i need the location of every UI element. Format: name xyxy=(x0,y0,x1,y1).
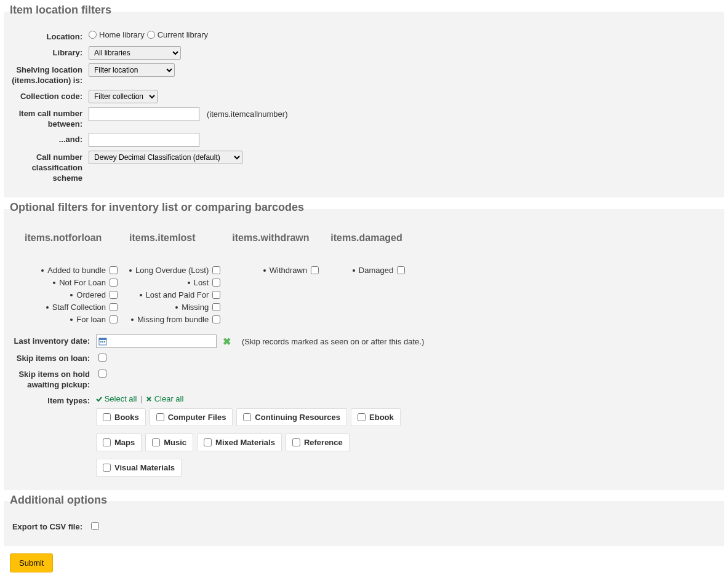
skip-on-loan-checkbox[interactable] xyxy=(98,354,106,362)
item-location-filters-section: Item location filters Location: Home lib… xyxy=(4,4,724,197)
itemtype-option[interactable]: Mixed Materials xyxy=(197,434,282,451)
status-checkbox[interactable] xyxy=(212,291,220,299)
separator: | xyxy=(140,394,142,403)
status-item: Missing xyxy=(129,301,222,313)
bullet-icon xyxy=(129,269,132,272)
skip-on-hold-checkbox[interactable] xyxy=(98,370,106,378)
itemtype-option[interactable]: Computer Files xyxy=(150,408,233,426)
clear-all-link[interactable]: Clear all xyxy=(146,394,183,403)
calendar-icon xyxy=(98,337,107,346)
select-all-link[interactable]: Select all xyxy=(96,394,139,403)
export-csv-label: Export to CSV file: xyxy=(10,520,89,532)
library-select[interactable]: All libraries xyxy=(89,46,181,60)
callnumber-from-input[interactable] xyxy=(89,107,199,121)
itemtype-option[interactable]: Music xyxy=(145,434,193,451)
itemtype-checkbox[interactable] xyxy=(358,413,366,421)
bullet-icon xyxy=(131,319,134,321)
itemtype-option[interactable]: Reference xyxy=(286,434,350,451)
itemtype-checkbox[interactable] xyxy=(156,413,164,421)
status-checkbox[interactable] xyxy=(110,266,118,274)
status-label: Withdrawn xyxy=(270,266,307,275)
bullet-icon xyxy=(70,319,73,321)
status-checkbox[interactable] xyxy=(397,266,405,274)
bullet-icon xyxy=(263,269,266,272)
status-item: For loan xyxy=(25,314,119,325)
bullet-icon xyxy=(140,294,142,296)
itemtype-checkbox[interactable] xyxy=(292,438,300,446)
last-inventory-hint: (Skip records marked as seen on or after… xyxy=(242,337,424,346)
svg-rect-4 xyxy=(104,341,105,342)
optional-filters-section: Optional filters for inventory list or c… xyxy=(4,201,724,490)
status-item: Staff Collection xyxy=(25,301,119,313)
status-checkbox[interactable] xyxy=(212,266,220,274)
itemtype-option[interactable]: Books xyxy=(96,408,146,426)
last-inventory-date-input[interactable] xyxy=(96,335,217,348)
callnumber-between-label: Item call number between: xyxy=(10,107,89,130)
itemtype-checkbox[interactable] xyxy=(103,438,111,446)
select-all-text: Select all xyxy=(105,394,137,403)
bullet-icon xyxy=(188,282,190,284)
bullet-icon xyxy=(46,306,49,309)
status-label: Not For Loan xyxy=(59,278,106,287)
status-item: Long Overdue (Lost) xyxy=(129,264,222,276)
column-header: items.notforloan xyxy=(25,232,119,243)
itemtype-option[interactable]: Maps xyxy=(96,434,142,451)
itemtype-option[interactable]: Continuing Resources xyxy=(236,408,347,426)
itemtype-checkbox[interactable] xyxy=(103,413,111,421)
collection-code-select[interactable]: Filter collection xyxy=(89,90,158,103)
status-label: Lost and Paid For xyxy=(146,290,209,299)
collection-code-label: Collection code: xyxy=(10,90,89,102)
callnumber-to-input[interactable] xyxy=(89,133,199,147)
status-checkbox[interactable] xyxy=(311,266,319,274)
item-type-group: Books Computer Files Continuing Resource… xyxy=(96,408,718,477)
bullet-icon xyxy=(53,282,55,284)
status-item: Not For Loan xyxy=(25,277,119,288)
current-library-radio-wrap[interactable]: Current library xyxy=(147,30,208,39)
status-checkbox[interactable] xyxy=(212,315,220,323)
item-types-label: Item types: xyxy=(10,394,96,406)
status-checkbox[interactable] xyxy=(110,315,118,323)
classification-scheme-select[interactable]: Dewey Decimal Classification (default) xyxy=(89,151,242,164)
status-label: Missing from bundle xyxy=(137,315,209,324)
bullet-icon xyxy=(41,269,44,272)
clear-date-icon[interactable]: ✖ xyxy=(223,336,231,347)
itemtype-option[interactable]: Ebook xyxy=(351,408,401,426)
clear-icon xyxy=(146,396,152,402)
itemtype-checkbox[interactable] xyxy=(152,438,160,446)
status-item: Lost xyxy=(129,277,222,288)
withdrawn-column: items.withdrawn Withdrawn xyxy=(232,229,330,326)
itemtype-checkbox[interactable] xyxy=(103,464,111,472)
status-columns: items.notforloan Added to bundle Not For… xyxy=(25,229,718,326)
home-library-radio[interactable] xyxy=(89,31,97,39)
status-checkbox[interactable] xyxy=(110,291,118,299)
status-label: For loan xyxy=(76,315,106,324)
column-header: items.withdrawn xyxy=(232,232,321,243)
submit-row: Submit xyxy=(4,550,724,576)
status-item: Lost and Paid For xyxy=(129,289,222,301)
status-label: Added to bundle xyxy=(47,266,106,275)
notforloan-column: items.notforloan Added to bundle Not For… xyxy=(25,229,129,326)
status-item: Damaged xyxy=(330,264,407,276)
current-library-radio[interactable] xyxy=(147,31,155,39)
itemtype-label: Visual Materials xyxy=(114,463,175,472)
callnumber-hint: (items.itemcallnumber) xyxy=(207,109,287,119)
last-inventory-date-label: Last inventory date: xyxy=(10,335,96,347)
itemlost-column: items.itemlost Long Overdue (Lost) Lost … xyxy=(129,229,232,326)
status-checkbox[interactable] xyxy=(110,303,118,311)
itemtype-checkbox[interactable] xyxy=(243,413,251,421)
home-library-radio-wrap[interactable]: Home library xyxy=(89,30,145,39)
check-icon xyxy=(96,396,102,402)
itemtype-option[interactable]: Visual Materials xyxy=(96,459,182,477)
bullet-icon xyxy=(353,269,355,272)
submit-button[interactable]: Submit xyxy=(10,553,53,572)
status-checkbox[interactable] xyxy=(212,303,220,311)
shelving-location-select[interactable]: Filter location xyxy=(89,63,175,77)
export-csv-checkbox[interactable] xyxy=(91,522,99,530)
status-checkbox[interactable] xyxy=(212,279,220,287)
classification-scheme-label: Call number classification scheme xyxy=(10,151,89,184)
status-checkbox[interactable] xyxy=(110,279,118,287)
status-item: Ordered xyxy=(25,289,119,301)
itemtype-checkbox[interactable] xyxy=(204,438,212,446)
bullet-icon xyxy=(175,306,178,309)
location-label: Location: xyxy=(10,30,89,42)
